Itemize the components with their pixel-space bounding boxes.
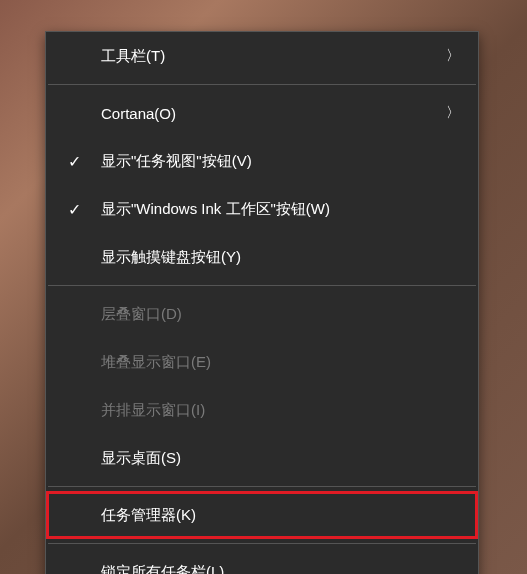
menu-item-label: 层叠窗口(D) [101,305,182,324]
check-icon: ✓ [68,200,81,219]
menu-item-lock-taskbar[interactable]: 锁定所有任务栏(L) [46,548,478,574]
menu-item-label: 显示桌面(S) [101,449,181,468]
menu-item-task-manager[interactable]: 任务管理器(K) [46,491,478,539]
menu-item-label: 并排显示窗口(I) [101,401,205,420]
menu-item-label: 锁定所有任务栏(L) [101,563,224,575]
menu-item-label: 显示"Windows Ink 工作区"按钮(W) [101,200,330,219]
menu-item-label: 显示"任务视图"按钮(V) [101,152,252,171]
menu-item-show-desktop[interactable]: 显示桌面(S) [46,434,478,482]
menu-separator [48,285,476,286]
menu-item-cortana[interactable]: Cortana(O) 〉 [46,89,478,137]
chevron-right-icon: 〉 [446,104,460,122]
menu-item-label: 堆叠显示窗口(E) [101,353,211,372]
menu-separator [48,486,476,487]
menu-item-stacked-windows: 堆叠显示窗口(E) [46,338,478,386]
menu-item-cascade-windows: 层叠窗口(D) [46,290,478,338]
check-icon: ✓ [68,152,81,171]
menu-item-toolbars[interactable]: 工具栏(T) 〉 [46,32,478,80]
taskbar-context-menu: 工具栏(T) 〉 Cortana(O) 〉 ✓ 显示"任务视图"按钮(V) ✓ … [45,31,479,574]
menu-item-label: Cortana(O) [101,105,176,122]
menu-item-show-windows-ink[interactable]: ✓ 显示"Windows Ink 工作区"按钮(W) [46,185,478,233]
menu-item-label: 显示触摸键盘按钮(Y) [101,248,241,267]
menu-item-show-task-view[interactable]: ✓ 显示"任务视图"按钮(V) [46,137,478,185]
menu-item-show-touch-keyboard[interactable]: 显示触摸键盘按钮(Y) [46,233,478,281]
menu-item-label: 工具栏(T) [101,47,165,66]
menu-separator [48,543,476,544]
menu-item-side-by-side: 并排显示窗口(I) [46,386,478,434]
menu-separator [48,84,476,85]
chevron-right-icon: 〉 [446,47,460,65]
menu-item-label: 任务管理器(K) [101,506,196,525]
